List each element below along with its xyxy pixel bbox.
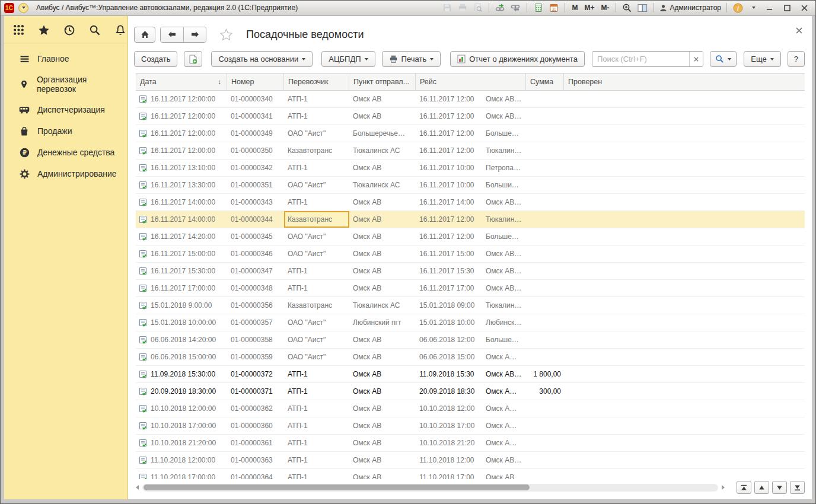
trip-destination-value: Больши… xyxy=(486,181,519,189)
maximize-button[interactable] xyxy=(780,2,793,13)
create-new-copy-button[interactable] xyxy=(184,51,202,67)
calendar-icon[interactable]: 31 xyxy=(548,2,559,13)
titlebar-separator xyxy=(527,3,527,12)
print-menu-button[interactable]: Печать xyxy=(382,51,441,67)
table-row[interactable]: 10.10.2018 12:00:00 01-00000362 АТП-1 Ом… xyxy=(136,400,805,417)
table-row[interactable]: 16.11.2017 14:00:00 01-00000343 АТП-1 Ом… xyxy=(136,194,805,211)
table-row[interactable]: 20.09.2018 18:30:00 01-00000371 АТП-1 Ом… xyxy=(136,383,805,400)
scroll-left-icon[interactable] xyxy=(136,485,139,490)
history-icon[interactable] xyxy=(63,24,75,36)
zoom-icon[interactable] xyxy=(621,2,633,13)
table-row[interactable]: 16.11.2017 14:00:00 01-00000344 Казавтот… xyxy=(136,211,805,228)
column-header-checked[interactable]: Проверен xyxy=(564,74,805,90)
cell-sum xyxy=(526,125,564,142)
go-to-first-button[interactable] xyxy=(737,481,751,494)
table-row[interactable]: 11.10.2018 12:00:00 01-00000363 АТП-1 Ом… xyxy=(136,452,805,469)
apps-grid-icon[interactable] xyxy=(13,24,24,36)
table-row[interactable]: 11.10.2018 17:00:00 01-00000364 АТП-1 Ом… xyxy=(136,469,805,479)
search-icon[interactable] xyxy=(89,24,101,36)
table-row[interactable]: 10.10.2018 21:20:00 01-00000361 АТП-1 Ом… xyxy=(136,435,805,452)
column-label: Пункт отправл... xyxy=(353,78,409,86)
column-header-trip[interactable]: Рейс xyxy=(416,74,526,90)
save-icon[interactable] xyxy=(441,2,452,13)
sidebar-item-administrirovanie[interactable]: Администрирование xyxy=(4,163,128,184)
table-row[interactable]: 16.11.2017 12:00:00 01-00000350 Казавтот… xyxy=(136,142,805,160)
next-page-button[interactable] xyxy=(772,481,787,494)
document-posted-icon xyxy=(139,215,148,224)
horizontal-scrollbar[interactable] xyxy=(142,484,718,492)
create-based-on-button[interactable]: Создать на основании xyxy=(211,51,313,67)
memory-subtract-button[interactable]: M- xyxy=(600,4,610,12)
table-row[interactable]: 16.11.2017 17:00:00 01-00000348 АТП-1 Ом… xyxy=(136,280,805,297)
search-button[interactable] xyxy=(710,51,737,67)
table-row[interactable]: 16.11.2017 15:00:00 01-00000346 ОАО "Аис… xyxy=(136,245,805,263)
sidebar-item-organizaciya-perevozok[interactable]: Организация перевозок xyxy=(4,69,128,99)
forward-button[interactable] xyxy=(183,27,206,42)
toolbar: Создать Создать на основании АЦБПДП Печа… xyxy=(128,49,812,73)
previous-page-button[interactable] xyxy=(754,481,769,494)
bell-icon[interactable] xyxy=(114,24,126,36)
sidebar-item-glavnoe[interactable]: Главное xyxy=(4,48,128,69)
search-input[interactable] xyxy=(592,52,689,66)
table-row[interactable]: 10.10.2018 17:00:00 01-00000360 АТП-1 Ом… xyxy=(136,417,805,435)
table-row[interactable]: 16.11.2017 13:10:00 01-00000342 АТП-1 Ом… xyxy=(136,160,805,177)
close-page-icon[interactable] xyxy=(796,25,802,36)
table-body: 16.11.2017 12:00:00 01-00000340 АТП-1 Ом… xyxy=(136,91,805,479)
table-row[interactable]: 06.06.2018 14:20:00 01-00000358 ОАО "Аис… xyxy=(136,331,805,349)
print-icon[interactable] xyxy=(457,2,468,13)
go-link-icon[interactable] xyxy=(510,2,521,13)
help-button[interactable]: ? xyxy=(788,51,805,67)
table-row[interactable]: 15.01.2018 9:00:00 01-00000356 Казавтотр… xyxy=(136,297,805,314)
column-header-carrier[interactable]: Перевозчик xyxy=(284,74,349,90)
go-to-last-button[interactable] xyxy=(790,481,805,494)
document-movements-report-button[interactable]: Отчет о движениях документа xyxy=(450,51,585,67)
clear-search-icon[interactable] xyxy=(689,52,703,66)
column-header-date[interactable]: Дата ↓ xyxy=(136,74,227,90)
back-button[interactable] xyxy=(161,27,183,42)
minimize-button[interactable] xyxy=(763,2,776,13)
favorite-star-icon[interactable] xyxy=(219,28,233,42)
date-value: 11.10.2018 17:00:00 xyxy=(151,473,215,479)
more-button[interactable]: Еще xyxy=(744,51,780,67)
create-button[interactable]: Создать xyxy=(134,51,177,67)
column-header-departure[interactable]: Пункт отправл... xyxy=(349,74,416,90)
table-row[interactable]: 16.11.2017 12:00:00 01-00000340 АТП-1 Ом… xyxy=(136,91,805,108)
memory-recall-button[interactable]: M xyxy=(570,4,579,12)
current-user[interactable]: Администратор xyxy=(659,4,721,12)
cell-date: 16.11.2017 14:20:00 xyxy=(136,228,227,245)
column-header-number[interactable]: Номер xyxy=(227,74,284,90)
table-row[interactable]: 16.11.2017 14:20:00 01-00000345 ОАО "Аис… xyxy=(136,228,805,245)
print-preview-icon[interactable] xyxy=(472,2,483,13)
column-label: Проверен xyxy=(568,78,602,86)
titlebar-chevron-down-icon[interactable] xyxy=(748,2,759,13)
table-row[interactable]: 16.11.2017 13:30:00 01-00000351 ОАО "Аис… xyxy=(136,177,805,194)
home-button[interactable] xyxy=(134,27,155,43)
star-icon[interactable] xyxy=(38,24,50,36)
table-row[interactable]: 11.09.2018 15:30:00 01-00000372 АТП-1 Ом… xyxy=(136,366,805,383)
add-link-icon[interactable] xyxy=(495,2,506,13)
column-header-sum[interactable]: Сумма xyxy=(526,74,564,90)
cell-checked xyxy=(564,91,805,107)
system-menu-dropdown-button[interactable] xyxy=(18,3,28,13)
page-title: Посадочные ведомости xyxy=(246,28,364,41)
acbpdp-button[interactable]: АЦБПДП xyxy=(321,51,375,67)
sidebar-item-dispetcherizaciya[interactable]: Диспетчеризация xyxy=(4,99,128,120)
table-row[interactable]: 16.11.2017 12:00:00 01-00000341 АТП-1 Ом… xyxy=(136,108,805,125)
sidebar-item-prodazhi[interactable]: Продажи xyxy=(4,120,128,142)
info-icon[interactable]: i xyxy=(732,2,744,13)
date-value: 15.01.2018 10:00:00 xyxy=(151,318,216,327)
table-row[interactable]: 16.11.2017 12:00:00 01-00000349 ОАО "Аис… xyxy=(136,125,805,142)
close-window-button[interactable] xyxy=(798,2,811,13)
calculator-icon[interactable] xyxy=(533,2,544,13)
table-row[interactable]: 15.01.2018 10:00:00 01-00000357 ОАО "Аис… xyxy=(136,314,805,331)
cell-carrier: АТП-1 xyxy=(284,469,349,479)
scroll-right-icon[interactable] xyxy=(722,485,725,490)
split-view-icon[interactable] xyxy=(637,2,648,13)
table-row[interactable]: 06.06.2018 15:00:00 01-00000359 ОАО "Аис… xyxy=(136,349,805,366)
sidebar-item-denezhnye-sredstva[interactable]: ₽ Денежные средства xyxy=(4,142,128,163)
trip-destination-value: Больше… xyxy=(486,129,519,138)
table-row[interactable]: 16.11.2017 15:30:00 01-00000347 АТП-1 Ом… xyxy=(136,263,805,280)
cell-trip: 10.10.2018 21:20 Омск А… xyxy=(416,435,526,451)
memory-add-button[interactable]: M+ xyxy=(583,4,595,12)
scrollbar-thumb[interactable] xyxy=(144,484,530,490)
